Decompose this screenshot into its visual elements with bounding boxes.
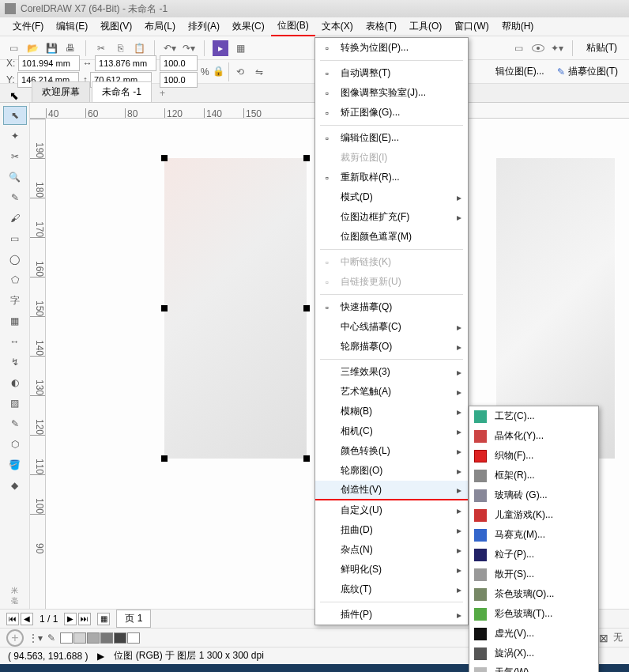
scale-x-input[interactable]	[160, 55, 198, 71]
menu-item[interactable]: 编辑(E)	[50, 17, 94, 36]
shape-tool-icon[interactable]: ✦	[3, 126, 27, 145]
pick-tool-small-icon[interactable]: ⬉	[9, 89, 19, 102]
transparency-tool-icon[interactable]: ▨	[3, 394, 27, 413]
text-tool-icon[interactable]: 字	[3, 291, 27, 310]
menu-item[interactable]: 模糊(B)▸	[315, 402, 468, 421]
swatch[interactable]	[114, 632, 126, 644]
menu-item[interactable]: 插件(P)▸	[315, 605, 468, 625]
menu-item[interactable]: 马赛克(M)...	[469, 525, 598, 545]
swatch[interactable]	[127, 632, 140, 644]
menu-item[interactable]: 工艺(C)...	[469, 406, 598, 426]
menu-item[interactable]: 晶体化(Y)...	[469, 426, 598, 446]
menu-item[interactable]: 散开(S)...	[469, 564, 598, 584]
trace-bitmap-button[interactable]: ✎描摹位图(T)	[552, 62, 623, 81]
resize-handle[interactable]	[303, 455, 310, 462]
menu-item[interactable]: 粒子(P)...	[469, 545, 598, 564]
smart-fill-icon[interactable]: ◆	[3, 476, 27, 495]
menu-item[interactable]: 中心线描摹(C)▸	[315, 317, 468, 337]
menu-item[interactable]: 轮廓图(O)▸	[315, 461, 468, 481]
menu-item[interactable]: ▫图像调整实验室(J)...	[315, 83, 468, 103]
outline-tool-icon[interactable]: ⬡	[3, 435, 27, 454]
zoom-plus-icon[interactable]: +	[6, 629, 24, 647]
menu-item[interactable]: 创造性(V)▸	[315, 481, 468, 500]
freehand-tool-icon[interactable]: ✎	[3, 188, 27, 207]
next-page-button[interactable]: ▶	[64, 613, 77, 625]
artistic-media-icon[interactable]: 🖌	[3, 209, 27, 228]
menu-item[interactable]: 轮廓描摹(O)▸	[315, 337, 468, 357]
paste-dropdown[interactable]: 粘贴(T)	[581, 39, 623, 57]
menu-item[interactable]: 旋涡(X)...	[469, 644, 598, 663]
first-page-button[interactable]: ⏮	[6, 613, 19, 625]
menu-item[interactable]: ▫重新取样(R)...	[315, 168, 468, 187]
resize-handle[interactable]	[161, 155, 168, 161]
open-icon[interactable]: 📂	[25, 41, 40, 55]
eyedropper-small-icon[interactable]: ✎	[47, 632, 55, 644]
rectangle-tool-icon[interactable]: ▭	[3, 229, 27, 248]
menu-item[interactable]: 相机(C)▸	[315, 421, 468, 441]
crop-tool-icon[interactable]: ✂	[3, 147, 27, 166]
launch-icon[interactable]: ▸	[213, 40, 228, 56]
menu-item[interactable]: 窗口(W)	[448, 17, 495, 36]
menu-item[interactable]: ▫编辑位图(E)...	[315, 128, 468, 148]
menu-item[interactable]: 扭曲(D)▸	[315, 520, 468, 540]
dimension-tool-icon[interactable]: ↔	[3, 332, 27, 351]
menu-item[interactable]: 虚光(V)...	[469, 624, 598, 644]
swatch[interactable]	[60, 632, 73, 644]
redo-icon[interactable]: ↷▾	[182, 41, 196, 55]
fill-tool-icon[interactable]: 🪣	[3, 455, 27, 474]
menu-item[interactable]: 视图(V)	[94, 17, 138, 36]
menu-item[interactable]: 杂点(N)▸	[315, 540, 468, 560]
menu-item[interactable]: 天气(W)...	[469, 663, 598, 672]
lock-ratio-icon[interactable]: 🔒	[213, 66, 225, 78]
width-input[interactable]	[95, 55, 156, 71]
eyedropper-tool-icon[interactable]: ✎	[3, 414, 27, 433]
save-icon[interactable]: 💾	[44, 41, 58, 55]
zoom-tool-icon[interactable]: 🔍	[3, 168, 27, 187]
menu-item[interactable]: ▫自动调整(T)	[315, 63, 468, 83]
add-page-button[interactable]: ▦	[97, 613, 110, 625]
menu-item[interactable]: 三维效果(3)▸	[315, 362, 468, 382]
menu-item[interactable]: 表格(T)	[360, 17, 403, 36]
prev-page-button[interactable]: ◀	[21, 613, 33, 625]
menu-item[interactable]: ▫矫正图像(G)...	[315, 103, 468, 123]
menu-item[interactable]: 儿童游戏(K)...	[469, 505, 598, 525]
cut-icon[interactable]: ✂	[94, 41, 108, 55]
menu-item[interactable]: 位图(B)	[271, 17, 315, 36]
edit-bitmap-button[interactable]: 辑位图(E)...	[491, 62, 549, 81]
swatch[interactable]	[100, 632, 113, 644]
menu-item[interactable]: 帮助(H)	[495, 17, 540, 36]
resize-handle[interactable]	[303, 305, 310, 311]
menu-item[interactable]: 布局(L)	[138, 17, 182, 36]
menu-item[interactable]: ▫快速描摹(Q)	[315, 297, 468, 317]
selected-bitmap-object[interactable]	[164, 158, 307, 459]
resize-handle[interactable]	[161, 455, 168, 462]
menu-item[interactable]: 位图颜色遮罩(M)	[315, 227, 468, 247]
menu-item[interactable]: 效果(C)	[226, 17, 271, 36]
publish-icon[interactable]: ▦	[233, 41, 247, 55]
menu-item[interactable]: ▫转换为位图(P)...	[315, 38, 468, 58]
connector-tool-icon[interactable]: ↯	[3, 353, 27, 372]
menu-item[interactable]: 排列(A)	[182, 17, 226, 36]
mirror-h-icon[interactable]: ⇋	[251, 64, 267, 80]
view-icon[interactable]	[531, 41, 545, 55]
menu-item[interactable]: 玻璃砖 (G)...	[469, 485, 598, 505]
paste-icon[interactable]: 📋	[132, 41, 146, 55]
polygon-tool-icon[interactable]: ⬠	[3, 270, 27, 289]
menu-item[interactable]: 文本(X)	[315, 17, 360, 36]
menu-item[interactable]: 模式(D)▸	[315, 187, 468, 207]
interactive-fill-icon[interactable]: ◐	[3, 373, 27, 392]
menu-item[interactable]: 自定义(U)▸	[315, 500, 468, 520]
swatch[interactable]	[73, 632, 86, 644]
copy-icon[interactable]: ⎘	[113, 41, 127, 55]
snap-icon[interactable]: ▭	[512, 41, 526, 55]
menu-item[interactable]: 底纹(T)▸	[315, 580, 468, 599]
last-page-button[interactable]: ⏭	[78, 613, 91, 625]
rotate-icon[interactable]: ⟲	[232, 64, 248, 80]
menu-item[interactable]: 鲜明化(S)▸	[315, 560, 468, 580]
ruler-vertical[interactable]: 19018017016015014013012011010090	[30, 119, 46, 609]
add-tab-button[interactable]: +	[153, 85, 171, 102]
menu-item[interactable]: 文件(F)	[6, 17, 50, 36]
menu-item[interactable]: 工具(O)	[403, 17, 448, 36]
tab-welcome[interactable]: 欢迎屏幕	[32, 81, 90, 102]
menu-item[interactable]: 彩色玻璃(T)...	[469, 604, 598, 624]
